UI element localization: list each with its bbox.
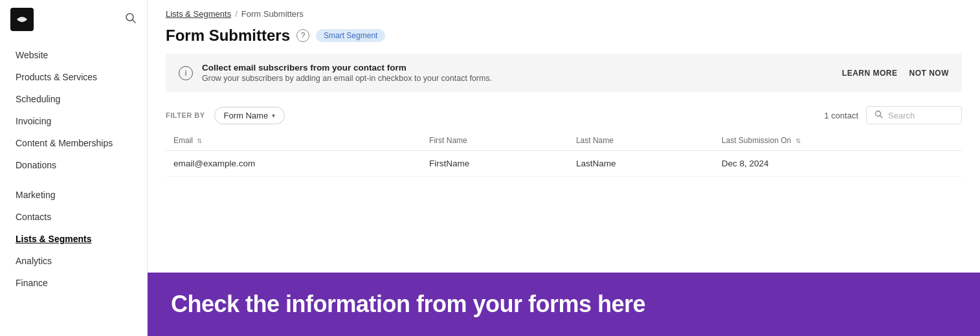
- search-icon[interactable]: [125, 12, 137, 27]
- sidebar-item-contacts[interactable]: Contacts: [0, 206, 147, 228]
- banner-text: Collect email subscribers from your cont…: [202, 63, 833, 83]
- info-icon: i: [179, 66, 193, 80]
- banner-description: Grow your subscribers by adding an email…: [202, 74, 833, 83]
- table-header-row: Email ⇅ First Name Last Name Last Submis…: [166, 131, 962, 151]
- page-title: Form Submitters: [166, 27, 290, 45]
- breadcrumb: Lists & Segments / Form Submitters: [148, 0, 980, 24]
- sidebar-item-lists-segments[interactable]: Lists & Segments: [0, 228, 147, 250]
- last-submission-header-label: Last Submission On: [722, 136, 791, 145]
- email-column-header[interactable]: Email ⇅: [166, 131, 421, 151]
- first-name-cell: FirstName: [421, 151, 568, 177]
- contact-count: 1 contact: [824, 111, 858, 120]
- form-name-label: Form Name: [224, 111, 269, 120]
- tooltip-text: Check the information from your forms he…: [171, 291, 645, 318]
- sidebar-item-analytics[interactable]: Analytics: [0, 250, 147, 272]
- sidebar-item-products-services[interactable]: Products & Services: [0, 66, 147, 88]
- filter-right: 1 contact Search: [824, 106, 962, 124]
- tooltip-overlay: Check the information from your forms he…: [148, 273, 980, 336]
- last-submission-column-header[interactable]: Last Submission On ⇅: [714, 131, 962, 151]
- learn-more-button[interactable]: LEARN MORE: [842, 69, 898, 78]
- sidebar-header: [0, 0, 147, 39]
- last-name-column-header: Last Name: [568, 131, 714, 151]
- last-submission-cell: Dec 8, 2024: [714, 151, 962, 177]
- email-header-label: Email: [173, 136, 193, 145]
- first-name-header-label: First Name: [429, 136, 467, 145]
- last-submission-sort-icon: ⇅: [796, 137, 801, 144]
- banner-title: Collect email subscribers from your cont…: [202, 63, 833, 73]
- sidebar-item-donations[interactable]: Donations: [0, 154, 147, 176]
- first-name-column-header: First Name: [421, 131, 568, 151]
- svg-line-2: [133, 19, 136, 23]
- sidebar: WebsiteProducts & ServicesSchedulingInvo…: [0, 0, 148, 336]
- email-sort-icon: ⇅: [197, 137, 202, 144]
- search-box-icon: [874, 110, 883, 120]
- form-name-filter-dropdown[interactable]: Form Name ▾: [214, 107, 285, 124]
- page-title-row: Form Submitters ? Smart Segment: [148, 24, 980, 54]
- banner-actions: LEARN MORE NOT NOW: [842, 69, 949, 78]
- sidebar-item-marketing[interactable]: Marketing: [0, 184, 147, 206]
- search-input-placeholder: Search: [888, 111, 915, 120]
- sidebar-nav: WebsiteProducts & ServicesSchedulingInvo…: [0, 39, 147, 336]
- sidebar-item-content-memberships[interactable]: Content & Memberships: [0, 132, 147, 154]
- squarespace-logo[interactable]: [10, 8, 34, 31]
- sidebar-item-scheduling[interactable]: Scheduling: [0, 88, 147, 110]
- info-banner: i Collect email subscribers from your co…: [166, 54, 962, 92]
- chevron-down-icon: ▾: [272, 112, 275, 119]
- svg-line-4: [880, 116, 883, 118]
- form-submitters-table: Email ⇅ First Name Last Name Last Submis…: [166, 131, 962, 177]
- email-cell: email@example.com: [166, 151, 421, 177]
- main-content: Lists & Segments / Form Submitters Form …: [148, 0, 980, 336]
- breadcrumb-current: Form Submitters: [241, 9, 304, 19]
- table-row[interactable]: email@example.comFirstNameLastNameDec 8,…: [166, 151, 962, 177]
- search-box[interactable]: Search: [866, 106, 962, 124]
- filter-row: FILTER BY Form Name ▾ 1 contact Search: [148, 102, 980, 131]
- last-name-cell: LastName: [568, 151, 714, 177]
- sidebar-item-invoicing[interactable]: Invoicing: [0, 110, 147, 132]
- breadcrumb-separator: /: [235, 9, 238, 19]
- filter-by-label: FILTER BY: [166, 111, 205, 119]
- sidebar-item-finance[interactable]: Finance: [0, 272, 147, 294]
- breadcrumb-parent-link[interactable]: Lists & Segments: [166, 9, 231, 19]
- sidebar-item-website[interactable]: Website: [0, 44, 147, 66]
- smart-segment-badge: Smart Segment: [316, 29, 385, 42]
- help-icon[interactable]: ?: [296, 29, 309, 42]
- not-now-button[interactable]: NOT NOW: [909, 69, 950, 78]
- last-name-header-label: Last Name: [576, 136, 614, 145]
